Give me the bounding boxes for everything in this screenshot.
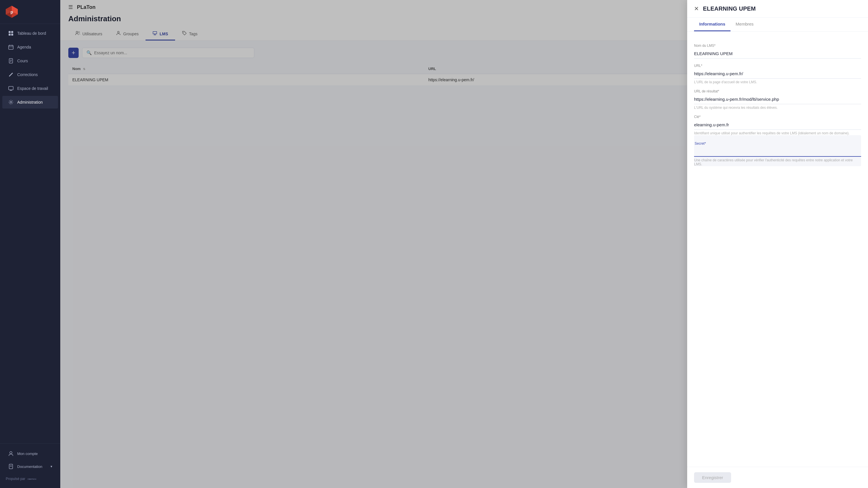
svg-rect-10: [9, 34, 11, 36]
field-nom-lms: Nom du LMS*: [694, 38, 861, 59]
cle-label: Clé*: [694, 115, 861, 119]
close-icon: ✕: [694, 5, 699, 12]
panel-tab-membres[interactable]: Membres: [731, 18, 759, 31]
panel-body: Nom du LMS* URL* L'URL de la page d'accu…: [687, 32, 868, 467]
book-icon: [8, 58, 14, 64]
sidebar-item-label: Tableau de bord: [17, 31, 46, 36]
sidebar-item-label: Agenda: [17, 45, 31, 50]
user-icon: [8, 451, 14, 456]
url-resultat-hint: L'URL du système qui recevra les résulta…: [694, 105, 861, 110]
doc-icon: [8, 464, 14, 469]
save-button[interactable]: Enregistrer: [694, 472, 731, 483]
dashboard-icon: [8, 30, 14, 36]
nom-lms-input[interactable]: [694, 49, 861, 59]
svg-point-25: [10, 452, 12, 454]
settings-icon: [8, 99, 14, 105]
secret-input[interactable]: [694, 147, 861, 157]
field-url: URL* L'URL de la page d'accueil de votre…: [694, 59, 861, 84]
sidebar-bottom: Mon compte Documentation ▾ Propulsé par …: [0, 443, 60, 488]
svg-rect-9: [11, 31, 13, 33]
sidebar-item-agenda[interactable]: Agenda: [2, 41, 58, 53]
svg-text:CIBBTECH: CIBBTECH: [28, 478, 36, 480]
sidebar-nav: Tableau de bord Agenda Cours Corrections…: [0, 24, 60, 443]
sidebar-item-label: Corrections: [17, 72, 38, 77]
secret-hint: Une chaîne de caractères utilisée pour v…: [694, 158, 861, 166]
workspace-icon: [8, 86, 14, 91]
cle-input[interactable]: [694, 120, 861, 130]
panel-tabs: Informations Membres: [687, 18, 868, 32]
nom-lms-label: Nom du LMS*: [694, 43, 861, 48]
sidebar-item-tableau-de-bord[interactable]: Tableau de bord: [2, 27, 58, 40]
sidebar-item-label: Cours: [17, 59, 28, 63]
app-logo-icon: p: [5, 5, 19, 19]
sidebar-item-espace-de-travail[interactable]: Espace de travail: [2, 82, 58, 95]
corrections-icon: [8, 72, 14, 78]
calendar-icon: [8, 44, 14, 50]
field-secret: Secret* Une chaîne de caractères utilisé…: [694, 135, 861, 166]
url-hint: L'URL de la page d'accueil de votre LMS.: [694, 80, 861, 84]
propulse-label: Propulsé par: [6, 477, 25, 481]
cle-hint: Identifiant unique utilisé pour authenti…: [694, 131, 861, 135]
field-url-resultat: URL de résultat* L'URL du système qui re…: [694, 84, 861, 110]
sidebar-item-label: Documentation: [17, 464, 42, 469]
sidebar-item-documentation[interactable]: Documentation ▾: [2, 460, 58, 473]
secret-label: Secret*: [694, 142, 861, 146]
sidebar-item-label: Administration: [17, 100, 43, 104]
side-panel: ✕ ELEARNING UPEM Informations Membres No…: [687, 0, 868, 488]
sidebar-item-cours[interactable]: Cours: [2, 55, 58, 67]
sidebar-logo: p: [0, 0, 60, 24]
sidebar-item-corrections[interactable]: Corrections: [2, 68, 58, 81]
sidebar-item-mon-compte[interactable]: Mon compte: [2, 447, 58, 460]
url-input[interactable]: [694, 69, 861, 79]
svg-rect-11: [11, 34, 13, 36]
cibbtech-logo-icon: CIBBTECH: [28, 476, 37, 482]
panel-title: ELEARNING UPEM: [703, 5, 756, 12]
svg-point-24: [10, 101, 12, 103]
svg-rect-8: [9, 31, 11, 33]
sidebar-item-administration[interactable]: Administration: [2, 96, 58, 109]
svg-rect-21: [9, 86, 13, 90]
panel-tab-informations[interactable]: Informations: [694, 18, 731, 31]
svg-rect-12: [9, 45, 13, 50]
sidebar: p Tableau de bord Agenda Cours Correc: [0, 0, 60, 488]
close-button[interactable]: ✕: [694, 5, 699, 12]
url-resultat-label: URL de résultat*: [694, 89, 861, 93]
chevron-down-icon: ▾: [51, 464, 52, 468]
sidebar-item-label: Espace de travail: [17, 86, 48, 91]
svg-text:p: p: [10, 9, 13, 14]
sidebar-item-label: Mon compte: [17, 452, 38, 456]
url-resultat-input[interactable]: [694, 94, 861, 104]
url-label: URL*: [694, 64, 861, 68]
powered-by: Propulsé par CIBBTECH: [0, 473, 60, 485]
panel-footer: Enregistrer: [687, 467, 868, 488]
field-cle: Clé* Identifiant unique utilisé pour aut…: [694, 110, 861, 135]
panel-header: ✕ ELEARNING UPEM: [687, 0, 868, 18]
